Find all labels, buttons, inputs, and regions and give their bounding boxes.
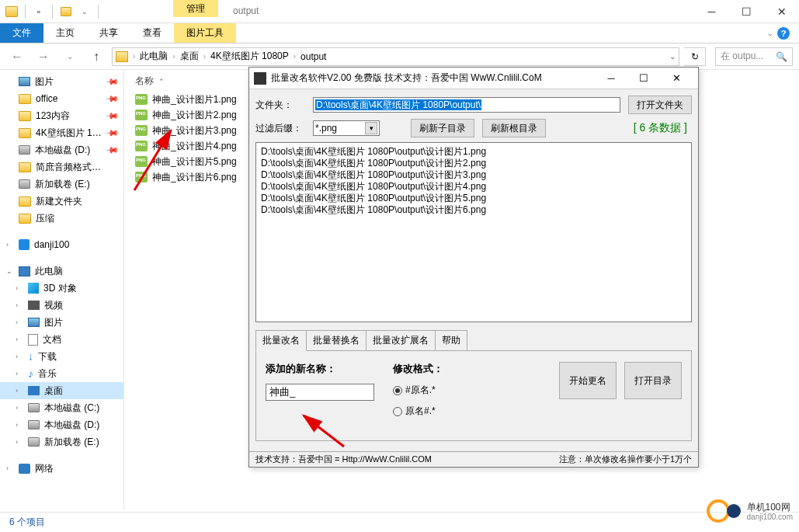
sidebar-item-danji[interactable]: ›danji100 (0, 236, 123, 253)
radio-suffix[interactable]: 原名#.* (393, 405, 443, 418)
window-title: output (233, 5, 259, 16)
sidebar-item-3d[interactable]: ›3D 对象 (0, 280, 123, 297)
search-input[interactable]: 在 outpu... 🔍 (715, 47, 793, 66)
sidebar-item-compress[interactable]: 压缩 (0, 210, 123, 227)
breadcrumb[interactable]: › 此电脑 › 桌面 › 4K壁纸图片 1080P › output ⌄ (112, 47, 679, 66)
item-count: 6 个项目 (9, 516, 45, 529)
address-bar-row: ← → ⌄ ↑ › 此电脑 › 桌面 › 4K壁纸图片 1080P › outp… (0, 43, 799, 70)
png-icon (135, 110, 148, 120)
new-name-input[interactable] (266, 384, 374, 401)
png-icon (135, 156, 148, 167)
tab-batch-replace[interactable]: 批量替换名 (306, 330, 366, 351)
open-dir-button[interactable]: 打开目录 (624, 362, 682, 399)
folder-icon (116, 51, 128, 62)
refresh-button[interactable]: ↻ (684, 47, 706, 66)
dialog-maximize-button[interactable]: ☐ (633, 71, 655, 86)
sidebar-item-newfolder[interactable]: 新建文件夹 (0, 193, 123, 210)
ribbon-tab-share[interactable]: 共享 (87, 23, 130, 43)
file-name: 神曲_设计图片1.png (152, 93, 237, 106)
sidebar-item-disk-d2[interactable]: ›本地磁盘 (D:) (0, 416, 123, 433)
file-name: 神曲_设计图片5.png (152, 155, 237, 169)
png-icon (135, 125, 148, 136)
dialog-minimize-button[interactable]: ─ (600, 71, 622, 86)
dialog-titlebar[interactable]: 批量改名软件V2.00 免费版 技术支持：吾爱中国 WwW.Cnlilil.Co… (249, 68, 698, 89)
qat-icon[interactable] (57, 3, 75, 20)
sidebar-item-desktop[interactable]: ›桌面 (0, 382, 123, 399)
dialog-app-icon (254, 72, 266, 85)
sidebar-item-office[interactable]: office📌 (0, 90, 123, 107)
sidebar: 图片📌 office📌 123内容📌 4K壁纸图片 1080P📌 本地磁盘 (D… (0, 70, 124, 509)
sidebar-item-music[interactable]: ›♪音乐 (0, 365, 123, 382)
sidebar-item-video[interactable]: ›视频 (0, 297, 123, 314)
file-name: 神曲_设计图片4.png (152, 140, 237, 153)
qat-chevron-icon[interactable]: ⌄ (76, 3, 93, 20)
sidebar-item-newvol[interactable]: 新加载卷 (E:) (0, 176, 123, 193)
radio-icon (393, 386, 402, 395)
list-item[interactable]: D:\tools\桌面\4K壁纸图片 1080P\output\设计图片3.pn… (261, 169, 686, 181)
format-label: 修改格式： (393, 362, 443, 376)
sidebar-item-pictures[interactable]: 图片📌 (0, 73, 123, 90)
sidebar-item-wallpaper[interactable]: 4K壁纸图片 1080P📌 (0, 124, 123, 141)
help-icon[interactable]: ? (777, 27, 790, 40)
dialog-status-right: 注意：单次修改名操作要小于1万个 (559, 454, 692, 465)
sidebar-item-audio[interactable]: 简庶音频格式转换 (0, 158, 123, 176)
qat-icon[interactable]: ▫ (30, 3, 47, 20)
status-bar: 6 个项目 (0, 512, 799, 532)
list-item[interactable]: D:\tools\桌面\4K壁纸图片 1080P\output\设计图片5.pn… (261, 193, 686, 204)
maximize-button[interactable]: ☐ (729, 0, 764, 23)
refresh-sub-button[interactable]: 刷新子目录 (411, 119, 474, 137)
ribbon-tab-picture-tools[interactable]: 图片工具 (174, 23, 236, 43)
window-titlebar: ▫ ⌄ 管理 output ─ ☐ ✕ (0, 0, 799, 23)
sidebar-item-pics[interactable]: ›图片 (0, 314, 123, 331)
ribbon-expand-icon[interactable]: ⌵ (768, 29, 773, 37)
list-item[interactable]: D:\tools\桌面\4K壁纸图片 1080P\output\设计图片1.pn… (261, 146, 686, 158)
open-folder-button[interactable]: 打开文件夹 (628, 96, 692, 114)
sidebar-item-downloads[interactable]: ›↓下载 (0, 348, 123, 365)
watermark-logo-icon (707, 498, 744, 526)
sidebar-item-thispc[interactable]: ⌄此电脑 (0, 263, 123, 280)
folder-label: 文件夹： (255, 99, 305, 112)
tab-batch-rename[interactable]: 批量改名 (255, 330, 307, 351)
sidebar-item-123[interactable]: 123内容📌 (0, 107, 123, 124)
file-list-box[interactable]: D:\tools\桌面\4K壁纸图片 1080P\output\设计图片1.pn… (255, 142, 692, 322)
start-rename-button[interactable]: 开始更名 (559, 362, 617, 399)
record-count: [ 6 条数据 ] (634, 121, 687, 135)
context-tab-manage: 管理 (173, 0, 218, 17)
ribbon-tab-home[interactable]: 主页 (43, 23, 87, 43)
crumb-desktop[interactable]: 桌面 (177, 48, 202, 64)
close-button[interactable]: ✕ (764, 0, 799, 23)
tab-batch-ext[interactable]: 批量改扩展名 (366, 330, 436, 351)
refresh-root-button[interactable]: 刷新根目录 (482, 119, 546, 137)
ribbon: 文件 主页 共享 查看 图片工具 ⌵ ? (0, 23, 799, 43)
crumb-output[interactable]: output (297, 50, 329, 64)
sidebar-item-disk-c[interactable]: ›本地磁盘 (C:) (0, 399, 123, 416)
nav-back-button[interactable]: ← (6, 47, 28, 67)
sidebar-item-disk-d[interactable]: 本地磁盘 (D:)📌 (0, 141, 123, 158)
dropdown-arrow-icon[interactable]: ▾ (365, 122, 377, 134)
sidebar-item-newvol2[interactable]: ›新加载卷 (E:) (0, 433, 123, 450)
rename-dialog: 批量改名软件V2.00 免费版 技术支持：吾爱中国 WwW.Cnlilil.Co… (248, 67, 699, 468)
file-name: 神曲_设计图片2.png (152, 109, 237, 122)
list-item[interactable]: D:\tools\桌面\4K壁纸图片 1080P\output\设计图片4.pn… (261, 181, 686, 193)
radio-prefix[interactable]: #原名.* (393, 384, 443, 397)
crumb-folder[interactable]: 4K壁纸图片 1080P (207, 48, 292, 64)
dialog-close-button[interactable]: ✕ (665, 71, 687, 86)
app-icon (3, 3, 20, 20)
breadcrumb-chevron-icon[interactable]: ⌄ (669, 52, 676, 61)
sidebar-item-docs[interactable]: ›文档 (0, 331, 123, 348)
nav-history-chevron-icon[interactable]: ⌄ (59, 47, 81, 67)
list-item[interactable]: D:\tools\桌面\4K壁纸图片 1080P\output\设计图片2.pn… (261, 158, 686, 169)
ribbon-tab-file[interactable]: 文件 (0, 23, 43, 43)
dialog-status-left: 技术支持：吾爱中国 = Http://WwW.Cnlilil.COM (255, 454, 432, 465)
sidebar-item-network[interactable]: ›网络 (0, 460, 123, 477)
nav-forward-button[interactable]: → (33, 47, 54, 67)
folder-path-input[interactable]: D:\tools\桌面\4K壁纸图片 1080P\output\ (313, 97, 620, 113)
nav-up-button[interactable]: ↑ (85, 47, 107, 67)
minimize-button[interactable]: ─ (694, 0, 729, 23)
dialog-title: 批量改名软件V2.00 免费版 技术支持：吾爱中国 WwW.Cnlilil.Co… (271, 71, 542, 85)
tab-help[interactable]: 帮助 (435, 330, 467, 351)
crumb-pc[interactable]: 此电脑 (137, 48, 171, 64)
list-item[interactable]: D:\tools\桌面\4K壁纸图片 1080P\output\设计图片6.pn… (261, 204, 686, 216)
filter-combobox[interactable]: *.png ▾ (313, 120, 380, 136)
ribbon-tab-view[interactable]: 查看 (130, 23, 174, 43)
